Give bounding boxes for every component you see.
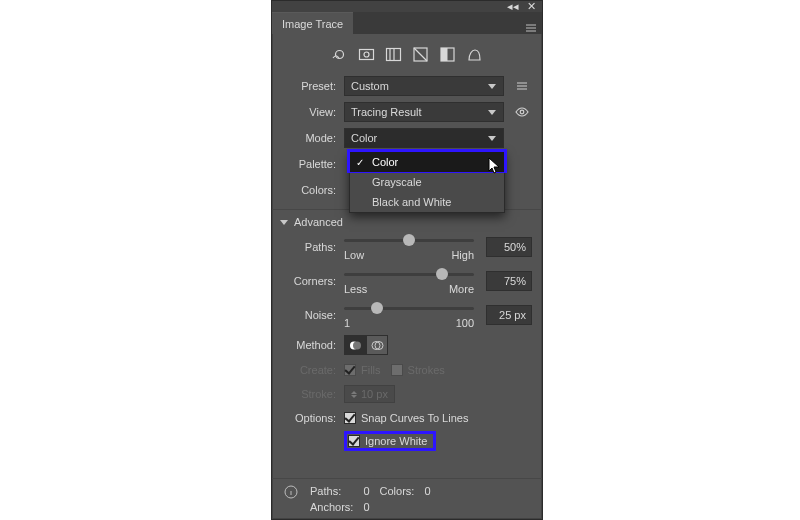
snap-label: Snap Curves To Lines <box>361 412 468 424</box>
strokes-label: Strokes <box>408 364 445 376</box>
panel-menu-icon[interactable] <box>520 22 542 34</box>
svg-point-0 <box>336 51 344 59</box>
fills-checkbox <box>344 364 356 376</box>
preset-label: Preset: <box>272 80 344 92</box>
svg-point-9 <box>353 341 361 349</box>
footer-anchors-label: Anchors: <box>310 501 353 513</box>
view-value: Tracing Result <box>351 106 487 118</box>
bw-icon[interactable] <box>439 46 456 63</box>
eye-icon[interactable] <box>512 102 532 122</box>
image-trace-panel: ◂◂ ✕ Image Trace Preset: Custom <box>271 0 543 520</box>
tab-label: Image Trace <box>282 18 343 30</box>
stroke-stepper: 10 px <box>344 385 395 403</box>
corners-slider-label: Corners: <box>272 275 344 287</box>
colors-label: Colors: <box>272 184 344 196</box>
create-label: Create: <box>272 364 344 376</box>
outline-icon[interactable] <box>466 46 483 63</box>
footer-colors-value: 0 <box>424 485 430 497</box>
mode-option-bw[interactable]: Black and White <box>350 192 504 212</box>
disclosure-triangle-icon <box>280 220 288 225</box>
info-footer: Paths: 0 Colors: 0 Anchors: 0 <box>272 478 542 519</box>
panel-tab-row: Image Trace <box>272 12 542 34</box>
close-icon[interactable]: ✕ <box>527 2 536 10</box>
mode-dropdown[interactable]: Color <box>344 128 504 148</box>
method-abutting-button[interactable] <box>344 335 366 355</box>
ignore-white-label: Ignore White <box>365 435 427 447</box>
corners-value-field[interactable]: 75% <box>486 271 532 291</box>
preset-dropdown[interactable]: Custom <box>344 76 504 96</box>
trace-preset-icon-row <box>272 42 542 73</box>
cursor-icon <box>488 157 502 175</box>
advanced-label: Advanced <box>294 216 343 228</box>
collapse-icon[interactable]: ◂◂ <box>507 2 519 10</box>
tab-image-trace[interactable]: Image Trace <box>272 12 353 34</box>
chevron-down-icon <box>487 81 497 91</box>
auto-color-icon[interactable] <box>331 46 348 63</box>
paths-slider-label: Paths: <box>272 241 344 253</box>
mode-menu: Color Grayscale Black and White <box>349 151 505 213</box>
svg-rect-1 <box>360 50 374 60</box>
method-overlapping-button[interactable] <box>366 335 388 355</box>
footer-anchors-value: 0 <box>363 501 369 513</box>
svg-point-2 <box>364 52 369 57</box>
paths-slider[interactable] <box>344 233 474 247</box>
photo-icon[interactable] <box>358 46 375 63</box>
chevron-down-icon <box>487 133 497 143</box>
footer-colors-label: Colors: <box>380 485 415 497</box>
corners-slider[interactable] <box>344 267 474 281</box>
noise-slider[interactable] <box>344 301 474 315</box>
mode-label: Mode: <box>272 132 344 144</box>
options-label: Options: <box>272 412 344 424</box>
panel-top-bar: ◂◂ ✕ <box>272 1 542 12</box>
preset-menu-icon[interactable] <box>512 76 532 96</box>
info-icon <box>282 485 300 513</box>
footer-paths-label: Paths: <box>310 485 353 497</box>
ignore-white-highlight: Ignore White <box>344 431 436 451</box>
svg-point-7 <box>520 110 524 114</box>
mode-option-grayscale[interactable]: Grayscale <box>350 172 504 192</box>
svg-rect-6 <box>441 48 448 61</box>
paths-value-field[interactable]: 50% <box>486 237 532 257</box>
mode-option-color[interactable]: Color <box>350 152 504 172</box>
noise-slider-label: Noise: <box>272 309 344 321</box>
snap-checkbox[interactable] <box>344 412 356 424</box>
fills-label: Fills <box>361 364 381 376</box>
ignore-white-checkbox[interactable] <box>348 435 360 447</box>
grayscale-icon[interactable] <box>412 46 429 63</box>
footer-paths-value: 0 <box>363 485 369 497</box>
preset-value: Custom <box>351 80 487 92</box>
palette-label: Palette: <box>272 158 344 170</box>
view-label: View: <box>272 106 344 118</box>
chevron-down-icon <box>487 107 497 117</box>
method-label: Method: <box>272 339 344 351</box>
view-dropdown[interactable]: Tracing Result <box>344 102 504 122</box>
mode-value: Color <box>351 132 487 144</box>
stroke-label: Stroke: <box>272 388 344 400</box>
strokes-checkbox <box>391 364 403 376</box>
shades-icon[interactable] <box>385 46 402 63</box>
noise-value-field[interactable]: 25 px <box>486 305 532 325</box>
